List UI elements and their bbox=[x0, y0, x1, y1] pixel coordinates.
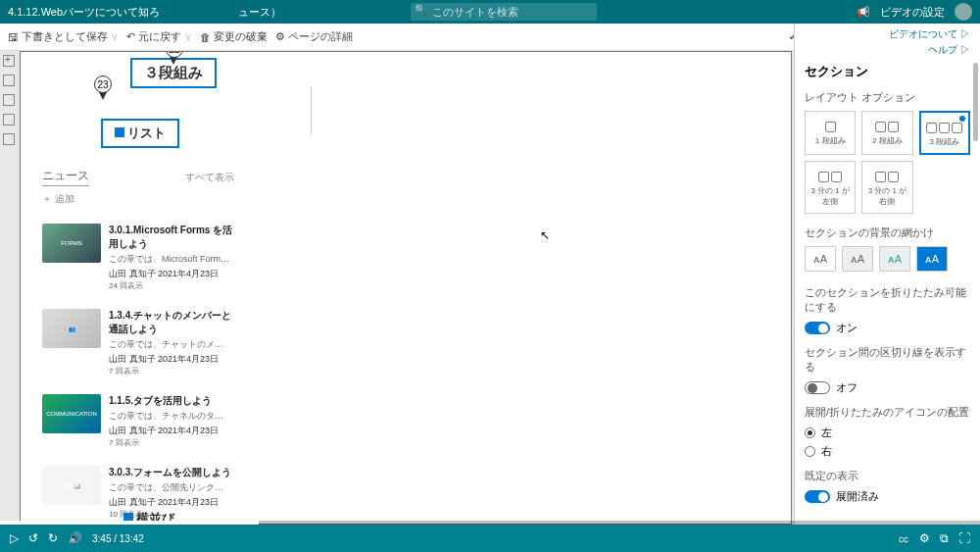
collapsible-label: このセクションを折りたたみ可能にする bbox=[805, 285, 970, 315]
column-divider bbox=[311, 86, 312, 135]
captions-icon[interactable]: ㏄ bbox=[898, 530, 909, 547]
divider-state: オフ bbox=[836, 380, 858, 395]
news-view-all-link[interactable]: すべて表示 bbox=[185, 171, 234, 184]
news-item-views: 7 回表示 bbox=[109, 437, 231, 448]
collapsible-state: オン bbox=[836, 321, 858, 335]
shade-strong[interactable]: ᴀA bbox=[916, 246, 948, 272]
layout-options-label: レイアウト オプション bbox=[805, 90, 970, 105]
news-heading: ニュース bbox=[42, 168, 89, 186]
news-thumb: 👥 bbox=[42, 309, 101, 348]
news-item-views: 7 回表示 bbox=[109, 366, 234, 376]
undo-button[interactable]: ↶ 元に戻す ∨ bbox=[126, 29, 192, 44]
annotation-bubble-22: 22 bbox=[166, 51, 183, 58]
news-add-button[interactable]: ＋ 追加 bbox=[42, 192, 234, 206]
news-item[interactable]: 👥 1.3.4.チャットのメンバーと通話しよう この章では、チャットのメンバ… … bbox=[42, 309, 234, 376]
layout-2col[interactable]: ▢▢2 段組み bbox=[861, 111, 912, 155]
page-details-button[interactable]: ⚙ ページの詳細 bbox=[275, 29, 353, 44]
edit-section-icon[interactable] bbox=[3, 114, 15, 125]
collapsible-toggle[interactable] bbox=[805, 322, 830, 334]
delete-section-icon[interactable] bbox=[3, 133, 15, 145]
news-item-desc: この章では、チャネルのタブに… bbox=[109, 410, 231, 423]
layout-1col[interactable]: ▢1 段組み bbox=[805, 111, 856, 155]
site-search-input[interactable] bbox=[411, 3, 597, 21]
icon-position-label: 展開/折りたたみのアイコンの配置 bbox=[805, 405, 970, 420]
layout-third-right[interactable]: ▢▢3 分の 1 が右側 bbox=[861, 161, 912, 214]
volume-icon[interactable]: 🔊 bbox=[68, 531, 82, 545]
news-item-desc: この章では、Microsoft Formsの… bbox=[109, 253, 231, 266]
duplicate-section-icon[interactable] bbox=[3, 75, 15, 86]
news-item-title: 3.0.1.Microsoft Forms を活用しよう bbox=[109, 224, 234, 251]
news-item-author: 山田 真知子 2021年4月23日 bbox=[109, 496, 231, 509]
video-time: 3:45 / 13:42 bbox=[92, 533, 144, 544]
fullscreen-icon[interactable]: ⛶ bbox=[958, 531, 970, 545]
panel-heading: セクション bbox=[805, 63, 970, 80]
default-display-state: 展開済み bbox=[836, 489, 879, 504]
avatar[interactable] bbox=[955, 3, 972, 21]
save-draft-button[interactable]: 🖫 下書きとして保存 ∨ bbox=[8, 29, 119, 44]
news-item-author: 山田 真知子 2021年4月23日 bbox=[109, 353, 234, 366]
news-item-desc: この章では、チャットのメンバ… bbox=[109, 338, 231, 351]
video-control-bar: ▷ ↺ ↻ 🔊 3:45 / 13:42 ㏄ ⚙ ⧉ ⛶ bbox=[0, 525, 980, 552]
news-thumb: FORMS bbox=[42, 224, 101, 263]
discard-changes-button[interactable]: 🗑 変更の破棄 bbox=[200, 29, 268, 44]
layout-third-left[interactable]: ▢▢3 分の 1 が左側 bbox=[805, 161, 856, 214]
divider-label: セクション間の区切り線を表示する bbox=[805, 345, 970, 375]
play-pause-icon[interactable]: ▷ bbox=[10, 531, 19, 545]
forward-icon[interactable]: ↻ bbox=[48, 531, 58, 545]
shade-none[interactable]: ᴀA bbox=[805, 246, 836, 272]
news-item-title: 1.3.4.チャットのメンバーと通話しよう bbox=[109, 309, 234, 336]
help-link[interactable]: ヘルプ ▷ bbox=[805, 43, 970, 57]
video-about-link[interactable]: ビデオについて ▷ bbox=[805, 27, 970, 41]
divider-toggle[interactable] bbox=[805, 381, 830, 394]
app-title-bar: 4.1.12.Webパーツについて知ろ ュース） 📢 ビデオの設定 bbox=[0, 0, 980, 24]
annotation-label-23: リスト bbox=[101, 119, 179, 148]
icon-pos-left[interactable]: 左 bbox=[805, 426, 970, 440]
news-item[interactable]: FORMS 3.0.1.Microsoft Forms を活用しよう この章では… bbox=[42, 224, 234, 291]
editor-canvas[interactable]: 22 ３段組み 23 リスト ↖ ニュース すべて表示 ＋ 追加 FORMS 3… bbox=[20, 51, 792, 525]
news-item-title: 1.1.5.タブを活用しよう bbox=[109, 394, 231, 408]
move-section-icon[interactable] bbox=[3, 94, 15, 106]
layout-3col[interactable]: ▢▢▢3 段組み bbox=[919, 111, 970, 155]
news-item-author: 山田 真知子 2021年4月23日 bbox=[109, 425, 231, 437]
section-properties-panel: ビデオについて ▷ ヘルプ ▷ セクション レイアウト オプション ▢1 段組み… bbox=[794, 24, 980, 525]
news-webpart: ニュース すべて表示 ＋ 追加 FORMS 3.0.1.Microsoft Fo… bbox=[38, 168, 234, 520]
news-thumb: 🖥⚙📊 bbox=[42, 466, 101, 505]
megaphone-icon[interactable]: 📢 bbox=[857, 6, 870, 19]
icon-pos-right[interactable]: 右 bbox=[805, 444, 970, 459]
section-toolbar bbox=[0, 51, 18, 145]
default-display-label: 既定の表示 bbox=[805, 469, 970, 483]
title-suffix: ュース） bbox=[238, 5, 281, 20]
add-section-icon[interactable] bbox=[3, 55, 15, 67]
annotation-bubble-23: 23 bbox=[94, 75, 112, 93]
page-title: 4.1.12.Webパーツについて知ろ bbox=[8, 5, 160, 20]
news-item-views: 24 回表示 bbox=[109, 280, 234, 291]
news-item-desc: この章では、公開先リンク… bbox=[109, 481, 231, 494]
bg-shading-label: セクションの背景の網かけ bbox=[805, 226, 970, 240]
news-item-author: 山田 真知子 2021年4月23日 bbox=[109, 268, 234, 280]
settings-icon[interactable]: ⚙ bbox=[919, 531, 930, 545]
panel-scrollbar[interactable] bbox=[973, 63, 978, 141]
news-item-title: 3.0.3.フォームを公開しよう bbox=[109, 466, 231, 479]
shade-neutral[interactable]: ᴀA bbox=[842, 246, 873, 272]
shade-soft[interactable]: ᴀA bbox=[879, 246, 910, 272]
pip-icon[interactable]: ⧉ bbox=[940, 531, 949, 545]
default-display-toggle[interactable] bbox=[805, 490, 830, 503]
news-item[interactable]: COMMUNICATION 1.1.5.タブを活用しよう この章では、チャネルの… bbox=[42, 394, 234, 448]
video-settings-link[interactable]: ビデオの設定 bbox=[880, 5, 945, 20]
news-thumb: COMMUNICATION bbox=[42, 394, 101, 433]
rewind-icon[interactable]: ↺ bbox=[28, 531, 38, 545]
